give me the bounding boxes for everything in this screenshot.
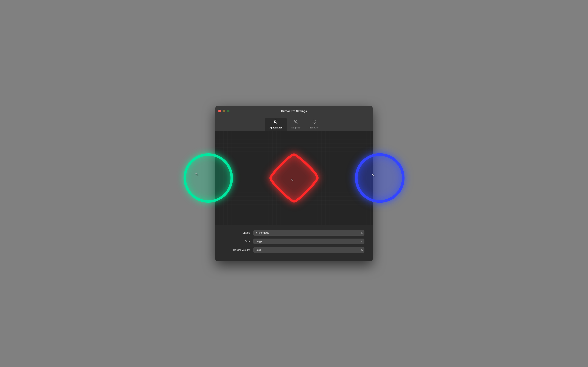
svg-point-6 — [356, 155, 403, 201]
border-weight-select[interactable]: Thin Regular Bold — [253, 247, 364, 253]
size-label: Size — [224, 240, 250, 243]
close-button[interactable] — [218, 110, 221, 112]
settings-area: Shape ● Rhombus ● Circle ● Square ● Tria… — [215, 225, 373, 261]
border-weight-select-wrapper[interactable]: Thin Regular Bold — [253, 247, 364, 253]
svg-point-4 — [314, 121, 314, 122]
appearance-icon — [274, 119, 278, 125]
shape-select-wrapper[interactable]: ● Rhombus ● Circle ● Square ● Triangle — [253, 230, 364, 236]
shape-blue-circle: ↖ — [352, 150, 407, 206]
size-select-wrapper[interactable]: Small Medium Large Extra Large — [253, 239, 364, 244]
shape-red-rhombus: ↖ — [264, 149, 324, 208]
shape-green-circle: ↖ — [181, 150, 236, 206]
tab-magnifier-label: Magnifier — [291, 126, 301, 129]
tab-appearance[interactable]: Appearance — [265, 118, 287, 131]
tab-behavior-label: Behavior — [310, 126, 318, 129]
size-select[interactable]: Small Medium Large Extra Large — [253, 239, 364, 244]
border-weight-setting-row: Border Weight Thin Regular Bold — [224, 247, 364, 253]
toolbar: Appearance Magnifier Behav — [215, 117, 373, 131]
settings-window: Cursor Pro Settings Appearance — [215, 106, 373, 261]
maximize-button[interactable] — [227, 110, 229, 112]
border-weight-label: Border Weight — [224, 248, 250, 251]
behavior-icon — [311, 119, 316, 125]
size-setting-row: Size Small Medium Large Extra Large — [224, 239, 364, 244]
tab-magnifier[interactable]: Magnifier — [287, 118, 305, 131]
shape-label: Shape — [224, 231, 250, 234]
title-bar: Cursor Pro Settings — [215, 106, 373, 117]
magnifier-icon — [294, 119, 298, 125]
shape-setting-row: Shape ● Rhombus ● Circle ● Square ● Tria… — [224, 230, 364, 236]
tab-appearance-label: Appearance — [269, 126, 282, 129]
svg-point-5 — [185, 155, 232, 201]
shape-select[interactable]: ● Rhombus ● Circle ● Square ● Triangle — [253, 230, 364, 236]
preview-area: ↖ ↖ ↖ — [215, 131, 373, 225]
window-title: Cursor Pro Settings — [281, 109, 307, 113]
minimize-button[interactable] — [223, 110, 225, 112]
tab-behavior[interactable]: Behavior — [305, 118, 323, 131]
traffic-lights — [218, 110, 229, 112]
